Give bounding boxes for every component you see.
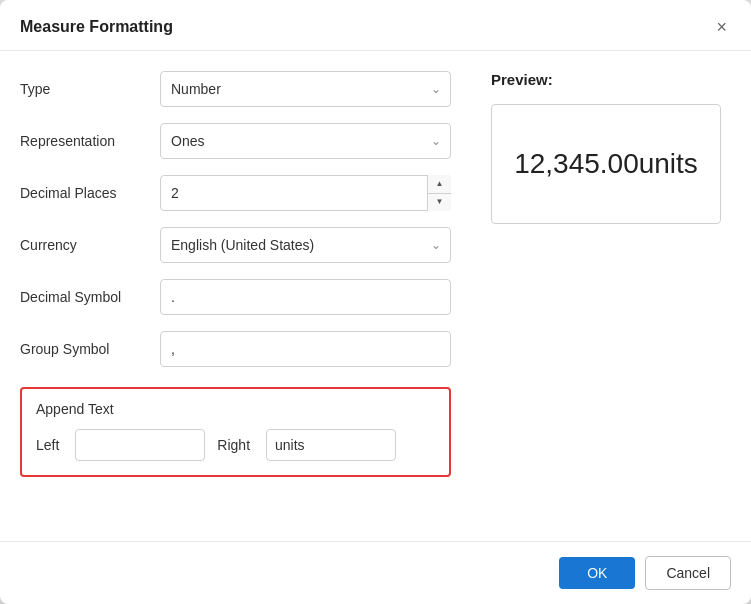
decimal-places-spinner-buttons: ▲ ▼ [427, 175, 451, 211]
group-symbol-label: Group Symbol [20, 341, 160, 357]
close-button[interactable]: × [712, 16, 731, 38]
left-panel: Type Number Currency Percentage Custom ⌄ [0, 51, 471, 541]
decimal-places-decrement-button[interactable]: ▼ [428, 194, 451, 212]
representation-control: Ones Thousands Millions Billions ⌄ [160, 123, 451, 159]
type-row: Type Number Currency Percentage Custom ⌄ [20, 71, 451, 107]
decimal-places-row: Decimal Places ▲ ▼ [20, 175, 451, 211]
currency-row: Currency English (United States) Euro Br… [20, 227, 451, 263]
decimal-places-label: Decimal Places [20, 185, 160, 201]
measure-formatting-dialog: Measure Formatting × Type Number Currenc… [0, 0, 751, 604]
group-symbol-row: Group Symbol [20, 331, 451, 367]
type-select-wrapper: Number Currency Percentage Custom ⌄ [160, 71, 451, 107]
currency-select-wrapper: English (United States) Euro British Pou… [160, 227, 451, 263]
type-select[interactable]: Number Currency Percentage Custom [160, 71, 451, 107]
type-control: Number Currency Percentage Custom ⌄ [160, 71, 451, 107]
preview-value: 12,345.00units [514, 148, 698, 180]
currency-select[interactable]: English (United States) Euro British Pou… [160, 227, 451, 263]
group-symbol-control [160, 331, 451, 367]
decimal-places-control: ▲ ▼ [160, 175, 451, 211]
dialog-header: Measure Formatting × [0, 0, 751, 51]
decimal-symbol-input[interactable] [160, 279, 451, 315]
type-label: Type [20, 81, 160, 97]
group-symbol-input[interactable] [160, 331, 451, 367]
dialog-footer: OK Cancel [0, 541, 751, 604]
currency-label: Currency [20, 237, 160, 253]
decimal-places-spinner-wrapper: ▲ ▼ [160, 175, 451, 211]
decimal-symbol-control [160, 279, 451, 315]
preview-label: Preview: [491, 71, 553, 88]
right-panel: Preview: 12,345.00units [471, 51, 751, 541]
cancel-button[interactable]: Cancel [645, 556, 731, 590]
append-right-label: Right [217, 437, 250, 453]
append-text-section: Append Text Left Right [20, 387, 451, 477]
decimal-symbol-row: Decimal Symbol [20, 279, 451, 315]
representation-row: Representation Ones Thousands Millions B… [20, 123, 451, 159]
append-left-input[interactable] [75, 429, 205, 461]
append-text-label: Append Text [36, 401, 435, 417]
representation-label: Representation [20, 133, 160, 149]
preview-box: 12,345.00units [491, 104, 721, 224]
append-right-input[interactable] [266, 429, 396, 461]
representation-select[interactable]: Ones Thousands Millions Billions [160, 123, 451, 159]
decimal-places-input[interactable] [160, 175, 451, 211]
dialog-title: Measure Formatting [20, 18, 173, 36]
currency-control: English (United States) Euro British Pou… [160, 227, 451, 263]
decimal-places-increment-button[interactable]: ▲ [428, 175, 451, 194]
ok-button[interactable]: OK [559, 557, 635, 589]
dialog-body: Type Number Currency Percentage Custom ⌄ [0, 51, 751, 541]
decimal-symbol-label: Decimal Symbol [20, 289, 160, 305]
representation-select-wrapper: Ones Thousands Millions Billions ⌄ [160, 123, 451, 159]
append-left-label: Left [36, 437, 59, 453]
append-text-row: Left Right [36, 429, 435, 461]
